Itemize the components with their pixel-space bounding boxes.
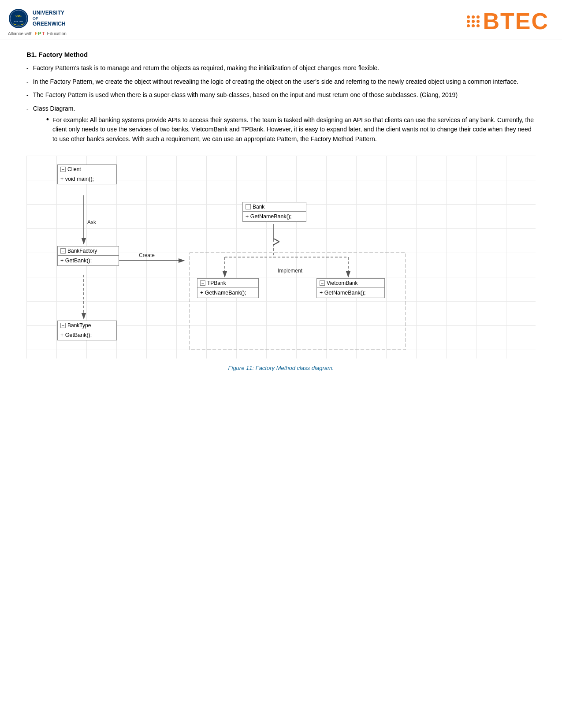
bullet-text-4: Class Diagram. • For example: All bankin… [33, 104, 536, 146]
dash-icon: - [26, 91, 29, 101]
bank-type-box: − BankType + GetBank(); [57, 321, 117, 340]
bank-factory-name: BankFactory [67, 248, 97, 254]
fpt-logo: FPT [35, 31, 45, 36]
client-name: Client [67, 166, 81, 172]
tpbank-name: TPBank [207, 280, 226, 286]
client-box-header: − Client [58, 165, 116, 174]
bank-type-name: BankType [67, 322, 91, 329]
page: UoG EST 1890 UNIVERSITY of GREENWICH All… [0, 0, 562, 728]
svg-text:Ask: Ask [87, 219, 97, 225]
uml-minus-icon: − [60, 248, 66, 254]
logo-left: UoG EST 1890 UNIVERSITY of GREENWICH All… [8, 8, 67, 36]
bullet-list: - Factory Pattern's task is to manage an… [26, 63, 536, 146]
svg-text:Implement: Implement [278, 268, 303, 274]
bank-factory-body: + GetBank(); [58, 256, 119, 265]
tpbank-method: + GetNameBank(); [200, 290, 246, 296]
svg-text:Create: Create [139, 252, 155, 258]
tpbank-box: − TPBank + GetNameBank(); [197, 278, 259, 298]
header: UoG EST 1890 UNIVERSITY of GREENWICH All… [0, 0, 562, 40]
bullet-text-1: Factory Pattern's task is to manage and … [33, 63, 536, 73]
vietcombank-body: + GetNameBank(); [317, 288, 384, 298]
university-logo: UoG EST 1890 UNIVERSITY of GREENWICH [8, 8, 66, 29]
sub-bullet-list: • For example: All banking systems provi… [46, 116, 536, 144]
bank-method: + GetNameBank(); [246, 213, 292, 220]
client-method: + void main(); [60, 176, 94, 182]
content: B1. Factory Method - Factory Pattern's t… [0, 45, 562, 389]
btec-dots-icon [467, 15, 480, 27]
education-text: Education [47, 31, 66, 36]
svg-text:UoG: UoG [15, 14, 22, 18]
client-box: − Client + void main(); [57, 164, 117, 184]
university-name: UNIVERSITY of GREENWICH [33, 10, 66, 27]
bank-factory-method: + GetBank(); [60, 258, 92, 264]
vietcombank-box: − VietcomBank + GetNameBank(); [316, 278, 385, 298]
dash-icon: - [26, 64, 29, 74]
diagram-container: Ask Create [26, 156, 536, 358]
bank-type-body: + GetBank(); [58, 330, 116, 340]
svg-rect-10 [190, 253, 406, 350]
university-crest-icon: UoG EST 1890 [8, 8, 29, 29]
bank-factory-box-header: − BankFactory [58, 246, 119, 256]
uml-minus-icon: − [200, 280, 205, 286]
bank-type-box-header: − BankType [58, 321, 116, 330]
bank-type-method: + GetBank(); [60, 332, 92, 338]
btec-text: BTEC [483, 8, 549, 34]
alliance-bar: Alliance with FPT Education [8, 31, 67, 36]
diagram-inner: Ask Create [26, 156, 536, 358]
uml-minus-icon: − [320, 280, 325, 286]
dash-icon: - [26, 105, 29, 114]
sub-list-item: • For example: All banking systems provi… [46, 116, 536, 144]
uml-minus-icon: − [246, 204, 251, 209]
bullet-text-3: The Factory Pattern is used when there i… [33, 90, 536, 100]
alliance-text: Alliance with [8, 31, 33, 36]
list-item: - In the Factory Pattern, we create the … [26, 77, 536, 87]
bullet-dot-icon: • [46, 115, 49, 125]
uml-minus-icon: − [60, 323, 66, 328]
sub-bullet-text: For example: All banking systems provide… [52, 116, 536, 144]
uml-minus-icon: − [60, 167, 66, 172]
bank-box-header: − Bank [243, 202, 306, 212]
list-item: - The Factory Pattern is used when there… [26, 90, 536, 101]
list-item: - Factory Pattern's task is to manage an… [26, 63, 536, 74]
btec-logo: BTEC [467, 8, 549, 34]
tpbank-box-header: − TPBank [197, 279, 258, 288]
bullet-text-2: In the Factory Pattern, we create the ob… [33, 77, 536, 87]
bank-name: Bank [253, 204, 264, 210]
bank-body: + GetNameBank(); [243, 212, 306, 221]
client-body: + void main(); [58, 174, 116, 184]
bank-factory-box: − BankFactory + GetBank(); [57, 246, 119, 266]
vietcombank-name: VietcomBank [327, 280, 357, 286]
figure-caption: Figure 11: Factory Method class diagram. [26, 365, 536, 371]
vietcombank-box-header: − VietcomBank [317, 279, 384, 288]
vietcombank-method: + GetNameBank(); [320, 290, 366, 296]
bank-box: − Bank + GetNameBank(); [242, 202, 306, 222]
svg-text:EST 1890: EST 1890 [14, 20, 23, 22]
section-title: B1. Factory Method [26, 51, 536, 58]
dash-icon: - [26, 78, 29, 87]
tpbank-body: + GetNameBank(); [197, 288, 258, 298]
list-item: - Class Diagram. • For example: All bank… [26, 104, 536, 146]
